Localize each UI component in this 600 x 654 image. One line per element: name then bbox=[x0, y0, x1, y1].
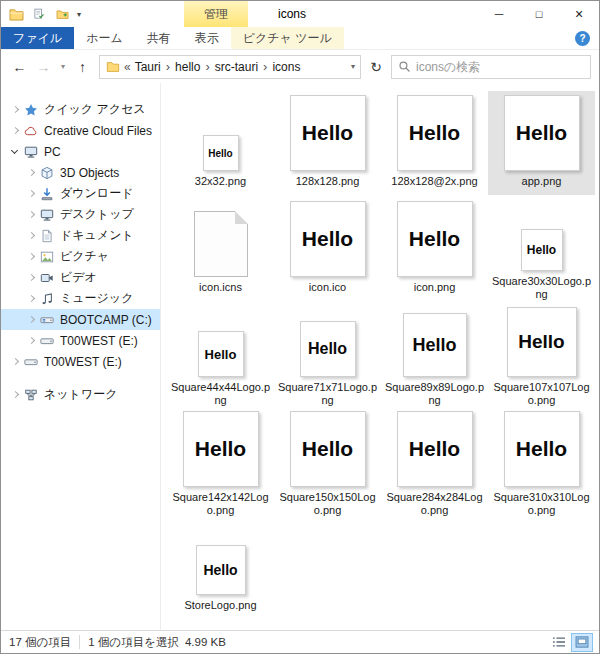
thumbnail-text: Hello bbox=[208, 148, 232, 159]
file-grid: Hello 32x32.png Hello 128x128.png Hello … bbox=[167, 91, 599, 619]
chevron-right-icon[interactable] bbox=[25, 188, 37, 200]
tab-picture-tools[interactable]: ピクチャ ツール bbox=[231, 27, 344, 49]
image-thumbnail: Hello bbox=[521, 229, 563, 271]
minimize-button[interactable]: ─ bbox=[479, 1, 519, 27]
caption-buttons: ─ □ × bbox=[479, 1, 599, 27]
breadcrumb-item-src-tauri[interactable]: src-tauri bbox=[214, 60, 259, 74]
sidebar-item-network[interactable]: ネットワーク bbox=[1, 384, 160, 405]
contextual-tab-group-manage[interactable]: 管理 bbox=[184, 1, 248, 27]
folder-icon bbox=[105, 59, 121, 75]
image-thumbnail: Hello bbox=[504, 411, 580, 487]
file-tile-square310[interactable]: Hello Square310x310Logo.png bbox=[488, 409, 595, 513]
thumbnail-text: Hello bbox=[409, 227, 460, 251]
sidebar-item-3d-objects[interactable]: 3D Objects bbox=[1, 162, 160, 183]
quick-access-toolbar: ▾ bbox=[1, 6, 81, 22]
breadcrumb-item-tauri[interactable]: Tauri bbox=[134, 60, 162, 74]
sidebar-item-pc[interactable]: PC bbox=[1, 141, 160, 162]
sidebar-item-documents[interactable]: ドキュメント bbox=[1, 225, 160, 246]
chevron-right-icon[interactable] bbox=[25, 293, 37, 305]
sidebar-item-videos[interactable]: ビデオ bbox=[1, 267, 160, 288]
up-button[interactable]: ↑ bbox=[72, 56, 93, 78]
chevron-right-icon[interactable] bbox=[9, 389, 21, 401]
thumbnail-text: Hello bbox=[412, 335, 456, 356]
file-tile-square89[interactable]: Hello Square89x89Logo.png bbox=[381, 303, 488, 407]
chevron-right-icon[interactable] bbox=[25, 272, 37, 284]
sidebar-item-downloads[interactable]: ダウンロード bbox=[1, 183, 160, 204]
help-button[interactable]: ? bbox=[575, 31, 590, 46]
chevron-right-icon[interactable] bbox=[9, 104, 21, 116]
sidebar-item-music[interactable]: ミュージック bbox=[1, 288, 160, 309]
sidebar-item-bootcamp-c[interactable]: BOOTCAMP (C:) bbox=[1, 309, 160, 330]
image-thumbnail: Hello bbox=[196, 545, 246, 595]
chevron-right-icon[interactable] bbox=[25, 251, 37, 263]
tab-file[interactable]: ファイル bbox=[1, 27, 74, 49]
file-tile-square150[interactable]: Hello Square150x150Logo.png bbox=[274, 409, 381, 513]
forward-button[interactable]: → bbox=[33, 56, 54, 78]
item-count: 17 個の項目 bbox=[9, 635, 71, 650]
tab-share[interactable]: 共有 bbox=[135, 27, 183, 49]
file-tile-icon-png[interactable]: Hello icon.png bbox=[381, 197, 488, 301]
thumbnail-text: Hello bbox=[195, 437, 246, 461]
breadcrumb-item-icons[interactable]: icons bbox=[271, 60, 301, 74]
chevron-right-icon[interactable] bbox=[25, 314, 37, 326]
sidebar-item-desktop[interactable]: デスクトップ bbox=[1, 204, 160, 225]
music-icon bbox=[39, 291, 55, 306]
refresh-button[interactable]: ↻ bbox=[364, 56, 388, 78]
file-tile-square71[interactable]: Hello Square71x71Logo.png bbox=[274, 303, 381, 407]
file-name: Square150x150Logo.png bbox=[278, 491, 378, 517]
address-history-dropdown[interactable]: ▾ bbox=[351, 62, 355, 71]
maximize-button[interactable]: □ bbox=[519, 1, 559, 27]
file-tile-32x32[interactable]: Hello 32x32.png bbox=[167, 91, 274, 195]
file-tile-square107[interactable]: Hello Square107x107Logo.png bbox=[488, 303, 595, 407]
chevron-right-icon[interactable] bbox=[25, 167, 37, 179]
image-thumbnail: Hello bbox=[397, 95, 473, 171]
address-box[interactable]: « Tauri › hello › src-tauri › icons ▾ bbox=[99, 55, 361, 79]
file-tile-storelogo[interactable]: Hello StoreLogo.png bbox=[167, 515, 274, 619]
cloud-icon bbox=[23, 123, 39, 138]
image-thumbnail: Hello bbox=[203, 135, 239, 171]
chevron-right-icon[interactable] bbox=[25, 230, 37, 242]
breadcrumb-separator[interactable]: › bbox=[204, 59, 210, 74]
tab-view[interactable]: 表示 bbox=[183, 27, 231, 49]
breadcrumb-separator[interactable]: › bbox=[165, 59, 171, 74]
qat-properties-icon[interactable] bbox=[31, 6, 47, 22]
close-button[interactable]: × bbox=[559, 1, 599, 27]
chevron-down-icon[interactable] bbox=[9, 146, 21, 158]
back-button[interactable]: ← bbox=[9, 56, 30, 78]
file-tile-icon-ico[interactable]: Hello icon.ico bbox=[274, 197, 381, 301]
file-tile-square30[interactable]: Hello Square30x30Logo.png bbox=[488, 197, 595, 301]
file-tile-square284[interactable]: Hello Square284x284Logo.png bbox=[381, 409, 488, 513]
search-icon bbox=[398, 60, 411, 73]
file-tile-square142[interactable]: Hello Square142x142Logo.png bbox=[167, 409, 274, 513]
tab-home[interactable]: ホーム bbox=[74, 27, 135, 49]
file-name: Square44x44Logo.png bbox=[171, 381, 271, 407]
file-tile-app-selected[interactable]: Hello app.png bbox=[488, 91, 595, 195]
qat-customize-arrow[interactable]: ▾ bbox=[77, 10, 81, 19]
breadcrumb-item-hello[interactable]: hello bbox=[174, 60, 201, 74]
chevron-right-icon[interactable] bbox=[25, 335, 37, 347]
details-view-button[interactable] bbox=[548, 633, 570, 652]
file-tile-128x128-2x[interactable]: Hello 128x128@2x.png bbox=[381, 91, 488, 195]
sidebar-item-pictures[interactable]: ピクチャ bbox=[1, 246, 160, 267]
chevron-right-icon[interactable] bbox=[25, 209, 37, 221]
chevron-right-icon[interactable] bbox=[9, 356, 21, 368]
thumbnail-view-button[interactable] bbox=[571, 633, 593, 652]
file-tile-128x128[interactable]: Hello 128x128.png bbox=[274, 91, 381, 195]
breadcrumb-separator[interactable]: › bbox=[262, 59, 268, 74]
sidebar-item-quick-access[interactable]: クイック アクセス bbox=[1, 99, 160, 120]
drive-c-icon bbox=[39, 312, 55, 327]
file-tile-square44[interactable]: Hello Square44x44Logo.png bbox=[167, 303, 274, 407]
chevron-right-icon[interactable] bbox=[9, 125, 21, 137]
file-list-area: Hello 32x32.png Hello 128x128.png Hello … bbox=[161, 83, 599, 630]
sidebar-item-t00west-e[interactable]: T00WEST (E:) bbox=[1, 330, 160, 351]
thumbnail-text: Hello bbox=[205, 347, 237, 362]
sidebar-item-t00west-e-root[interactable]: T00WEST (E:) bbox=[1, 351, 160, 372]
recent-locations-dropdown[interactable]: ▾ bbox=[57, 56, 69, 78]
breadcrumb-overflow[interactable]: « bbox=[124, 60, 131, 74]
folded-corner bbox=[235, 211, 248, 224]
image-thumbnail: Hello bbox=[198, 331, 244, 377]
sidebar-item-creative-cloud-files[interactable]: Creative Cloud Files bbox=[1, 120, 160, 141]
search-input[interactable] bbox=[416, 60, 584, 74]
qat-new-folder-icon[interactable] bbox=[54, 6, 70, 22]
file-tile-icon-icns[interactable]: icon.icns bbox=[167, 197, 274, 301]
